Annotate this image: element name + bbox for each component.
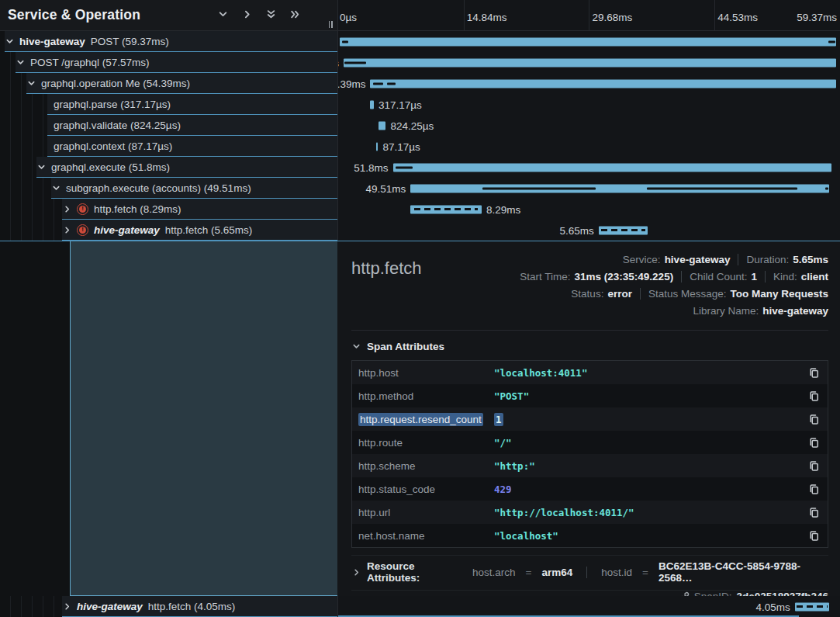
resource-attributes-toggle[interactable]: Resource Attributes:host.arch=arm64host.…: [351, 555, 828, 588]
span-row-timeline-cell[interactable]: 824.25µs: [337, 115, 840, 136]
span-row-tree-cell[interactable]: graphql.operation Me (54.39ms): [0, 73, 337, 94]
span-bar[interactable]: [370, 79, 835, 88]
span-duration-label: 49.51ms: [365, 182, 406, 194]
span-rows: hive-gatewayPOST (59.37ms)POST /graphql …: [0, 31, 840, 241]
attribute-value: "/": [494, 437, 808, 449]
indent-guides: [0, 220, 63, 241]
span-row: POST /graphql (57.57ms)57.57ms: [0, 52, 840, 73]
span-bar[interactable]: [379, 121, 386, 130]
panel-resize-handle[interactable]: [327, 19, 334, 29]
span-row-content[interactable]: subgraph.execute (accounts) (49.51ms): [51, 178, 337, 199]
timeline-tick: 59.37ms: [797, 12, 837, 23]
child-span-marker: [482, 187, 596, 189]
double-chevron-down-icon[interactable]: [266, 9, 276, 19]
span-bar[interactable]: [393, 163, 831, 172]
span-row-tree-cell[interactable]: graphql.parse (317.17µs): [0, 94, 337, 115]
timeline-tick: 29.68ms: [593, 12, 633, 23]
chevron-down-icon[interactable]: [16, 58, 25, 67]
span-row-content[interactable]: graphql.validate (824.25µs): [47, 115, 337, 136]
span-row-content[interactable]: hive-gatewayPOST (59.37ms): [5, 31, 337, 52]
span-bar[interactable]: [344, 58, 836, 67]
span-row-tree-cell[interactable]: POST /graphql (57.57ms): [0, 52, 337, 73]
chevron-down-icon[interactable]: [5, 37, 14, 46]
span-row-content[interactable]: !http.fetch (8.29ms): [62, 199, 337, 220]
copy-icon[interactable]: [808, 390, 820, 402]
copy-button[interactable]: [808, 460, 820, 472]
error-exclamation: !: [79, 206, 86, 213]
span-row-tree-cell[interactable]: !hive-gatewayhttp.fetch (5.65ms): [0, 220, 337, 241]
span-row-tree-cell[interactable]: subgraph.execute (accounts) (49.51ms): [0, 178, 337, 199]
span-row-timeline-cell[interactable]: 87.17µs: [337, 136, 840, 157]
chevron-down-icon[interactable]: [37, 163, 46, 172]
span-row-timeline-cell[interactable]: 4.05ms: [337, 596, 840, 617]
span-row-timeline-cell[interactable]: 5.65ms: [337, 220, 840, 241]
metadata-value: 5.65ms: [793, 254, 828, 265]
copy-icon[interactable]: [808, 530, 820, 542]
span-bar[interactable]: [410, 205, 482, 213]
span-row-tree-cell[interactable]: hive-gatewayPOST (59.37ms): [0, 31, 337, 52]
span-row-timeline-cell[interactable]: 49.51ms: [337, 178, 840, 199]
span-row-tree-cell[interactable]: graphql.execute (51.8ms): [0, 157, 337, 178]
resource-value: BC62E13B-C4CC-5854-9788-2568…: [659, 560, 828, 584]
span-row: graphql.operation Me (54.39ms)54.39ms: [0, 73, 840, 94]
span-row-content[interactable]: !hive-gatewayhttp.fetch (5.65ms): [62, 220, 337, 241]
span-row-timeline-cell[interactable]: 317.17µs: [337, 94, 840, 115]
span-bar[interactable]: [599, 226, 648, 234]
span-row-content[interactable]: graphql.context (87.17µs): [47, 136, 337, 157]
chevron-down-icon[interactable]: [218, 9, 228, 19]
double-chevron-right-icon[interactable]: [290, 9, 300, 19]
chevron-right-icon[interactable]: [242, 9, 252, 19]
chevron-down-icon[interactable]: [52, 184, 60, 192]
span-row-tree-cell[interactable]: graphql.validate (824.25µs): [0, 115, 337, 136]
span-row-content[interactable]: graphql.execute (51.8ms): [36, 157, 337, 178]
copy-button[interactable]: [808, 484, 820, 495]
span-row-timeline-cell[interactable]: 8.29ms: [337, 199, 840, 220]
span-row-timeline-cell[interactable]: 51.8ms: [337, 157, 840, 178]
copy-button[interactable]: [808, 437, 820, 449]
attribute-row: http.route"/": [352, 431, 828, 454]
selected-span-indent-block: [70, 241, 337, 596]
span-bar[interactable]: [795, 602, 829, 611]
span-row-timeline-cell[interactable]: 54.39ms: [337, 73, 840, 94]
span-row-tree-cell[interactable]: hive-gatewayhttp.fetch (4.05ms): [0, 596, 337, 617]
indent-guides: [0, 115, 48, 136]
span-bar[interactable]: [370, 100, 374, 109]
chevron-down-icon[interactable]: [27, 79, 36, 88]
copy-icon[interactable]: [808, 437, 820, 449]
span-row-content[interactable]: graphql.operation Me (54.39ms): [26, 73, 337, 94]
copy-button[interactable]: [808, 530, 820, 542]
copy-icon[interactable]: [808, 414, 820, 425]
span-row-content[interactable]: hive-gatewayhttp.fetch (4.05ms): [62, 596, 337, 617]
copy-icon[interactable]: [808, 507, 820, 518]
panel-title: Service & Operation: [8, 7, 140, 23]
timeline-tick: 14.84ms: [467, 12, 507, 23]
copy-icon[interactable]: [808, 484, 820, 495]
span-attributes-toggle[interactable]: Span Attributes: [352, 341, 828, 352]
span-row-timeline-cell[interactable]: [337, 31, 840, 52]
chevron-right-icon[interactable]: [63, 602, 71, 611]
copy-button[interactable]: [808, 414, 820, 425]
span-row-content[interactable]: POST /graphql (57.57ms): [16, 52, 337, 73]
copy-button[interactable]: [808, 367, 820, 379]
span-row-tree-cell[interactable]: !http.fetch (8.29ms): [0, 199, 337, 220]
span-row-tree-cell[interactable]: graphql.context (87.17µs): [0, 136, 337, 157]
chevron-right-icon[interactable]: [63, 205, 71, 213]
span-label: graphql.validate (824.25µs): [54, 120, 181, 131]
metadata-value: 1: [751, 271, 757, 283]
copy-icon[interactable]: [808, 367, 820, 379]
timeline-tick: 44.53ms: [717, 12, 758, 23]
indent-guides: [0, 52, 16, 73]
resource-attributes-title: Resource Attributes:: [367, 560, 466, 584]
attribute-key: http.url: [358, 507, 494, 518]
span-bar[interactable]: [340, 37, 837, 46]
span-bar[interactable]: [376, 142, 378, 151]
divider: [586, 567, 587, 578]
resource-value: arm64: [541, 567, 572, 578]
span-row-content[interactable]: graphql.parse (317.17µs): [47, 94, 337, 115]
copy-icon[interactable]: [808, 460, 820, 472]
copy-button[interactable]: [808, 507, 820, 518]
span-row: subgraph.execute (accounts) (49.51ms)49.…: [0, 178, 840, 199]
chevron-right-icon[interactable]: [63, 226, 71, 234]
copy-button[interactable]: [808, 390, 820, 402]
span-row-timeline-cell[interactable]: 57.57ms: [337, 52, 840, 73]
